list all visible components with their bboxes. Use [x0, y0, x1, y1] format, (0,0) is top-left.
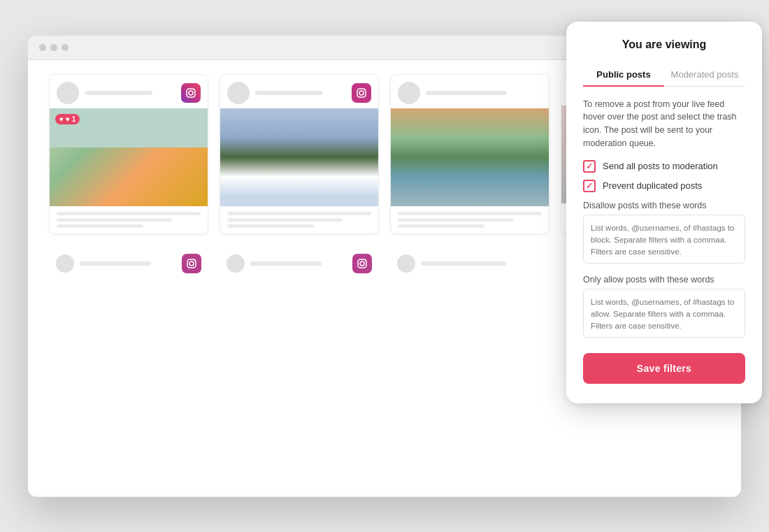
- avatar-3: [398, 82, 420, 104]
- save-filters-button[interactable]: Save filters: [583, 353, 745, 384]
- checkbox-row-prevent-dup: Prevent duplicated posts: [583, 180, 745, 192]
- svg-rect-12: [182, 254, 201, 273]
- footer-line-3a: [398, 212, 542, 215]
- avatar-2: [227, 82, 250, 104]
- header-lines-2: [255, 91, 352, 95]
- svg-rect-0: [181, 83, 201, 103]
- checkbox-send-all-label: Send all posts to moderation: [603, 161, 718, 171]
- bottom-lines-2: [250, 261, 352, 266]
- footer-line-1c: [57, 224, 143, 228]
- browser-dot-yellow: [50, 44, 57, 51]
- post-footer-3: [391, 206, 549, 233]
- header-lines-1: [85, 91, 181, 95]
- avatar-bottom-1: [56, 254, 74, 273]
- svg-point-19: [365, 259, 366, 261]
- avatar-bottom-2: [227, 254, 245, 273]
- post-card-2: [220, 74, 379, 234]
- footer-line-2c: [227, 224, 314, 228]
- modal-title: You are viewing: [583, 38, 745, 51]
- svg-point-3: [194, 89, 195, 90]
- svg-point-15: [194, 259, 196, 261]
- footer-line-1a: [57, 212, 201, 215]
- avatar-bottom-3: [397, 254, 415, 273]
- checkbox-prevent-dup[interactable]: [583, 180, 596, 192]
- line-1: [85, 91, 152, 95]
- browser-dot-red: [39, 44, 46, 51]
- post-header-3: [391, 75, 549, 108]
- moderation-modal: You are viewing Public posts Moderated p…: [566, 22, 762, 403]
- header-lines-3: [426, 91, 542, 95]
- instagram-icon-1: [181, 83, 201, 103]
- post-header-1: [50, 75, 208, 108]
- checkbox-row-send-all: Send all posts to moderation: [583, 160, 745, 173]
- post-image-3: [391, 108, 549, 206]
- bottom-lines-1: [80, 261, 182, 266]
- modal-description: To remove a post from your live feed hov…: [583, 98, 745, 150]
- post-image-1: ♥♥ 1: [50, 108, 208, 206]
- instagram-icon-b2: [352, 254, 372, 273]
- footer-line-3b: [398, 218, 513, 222]
- bottom-lines-3: [421, 261, 542, 266]
- post-footer-1: [50, 206, 208, 233]
- bline-3: [421, 261, 506, 266]
- instagram-icon-2: [352, 83, 371, 103]
- browser-window: ♥♥ 1: [28, 36, 741, 497]
- heart-badge: ♥♥ 1: [55, 114, 80, 124]
- tab-public-posts[interactable]: Public posts: [583, 64, 664, 87]
- tabs-row: Public posts Moderated posts: [583, 64, 745, 87]
- line-2: [255, 91, 323, 95]
- post-header-2: [220, 75, 378, 108]
- bottom-card-1: [49, 245, 208, 282]
- footer-line-1b: [57, 218, 172, 222]
- checkbox-prevent-dup-label: Prevent duplicated posts: [603, 180, 702, 191]
- browser-dot-green: [62, 44, 69, 51]
- post-image-2: [220, 108, 378, 206]
- allow-textarea[interactable]: [583, 289, 745, 338]
- post-card-3: [390, 74, 549, 234]
- footer-line-2a: [227, 212, 371, 215]
- avatar-1: [57, 82, 79, 104]
- bottom-card-2: [220, 245, 379, 282]
- svg-rect-4: [352, 83, 371, 103]
- checkbox-send-all[interactable]: [583, 160, 596, 173]
- post-footer-2: [220, 206, 378, 233]
- disallow-textarea[interactable]: [583, 215, 745, 264]
- footer-line-2b: [227, 218, 343, 222]
- instagram-icon-b1: [182, 254, 201, 273]
- disallow-label: Disallow posts with these words: [583, 201, 745, 210]
- bline-2: [250, 261, 322, 266]
- line-3: [426, 91, 507, 95]
- post-card-1: ♥♥ 1: [49, 74, 208, 234]
- allow-label: Only allow posts with these words: [583, 275, 745, 285]
- tab-moderated-posts[interactable]: Moderated posts: [664, 64, 745, 87]
- svg-point-7: [364, 89, 366, 90]
- svg-rect-16: [352, 254, 372, 273]
- footer-line-3c: [398, 224, 484, 228]
- bline-1: [80, 261, 151, 266]
- bottom-card-3: [390, 245, 549, 282]
